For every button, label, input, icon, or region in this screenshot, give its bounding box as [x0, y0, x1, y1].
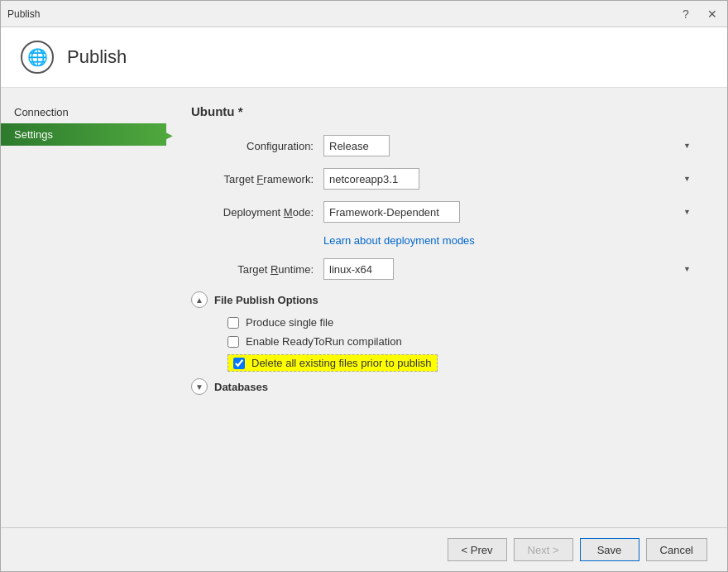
target-framework-select-wrapper: netcoreapp3.1 [323, 168, 696, 190]
header-title: Publish [67, 46, 127, 68]
configuration-select[interactable]: Release Debug [323, 135, 390, 156]
target-framework-label: Target Framework: [191, 173, 323, 185]
prev-button[interactable]: < Prev [448, 538, 507, 561]
help-button[interactable]: ? [678, 6, 694, 22]
publish-window: Publish ? ✕ 🌐 Publish Connection Setting… [0, 0, 728, 572]
link-label-space [191, 234, 323, 247]
databases-header: ▼ Databases [191, 378, 702, 395]
window-title: Publish [7, 8, 40, 20]
deployment-mode-label: Deployment Mode: [191, 206, 323, 219]
cancel-button[interactable]: Cancel [646, 538, 707, 561]
save-button[interactable]: Save [580, 538, 639, 561]
target-runtime-label: Target Runtime: [191, 263, 323, 276]
target-framework-select[interactable]: netcoreapp3.1 [323, 168, 419, 190]
sidebar-item-connection-label: Connection [14, 106, 69, 118]
file-publish-options-toggle[interactable]: ▲ [191, 291, 208, 308]
target-runtime-select[interactable]: linux-x64 win-x64 osx-x64 [323, 258, 394, 280]
sidebar-item-settings-label: Settings [14, 128, 53, 141]
footer: < Prev Next > Save Cancel [1, 527, 727, 571]
ready-to-run-row: Enable ReadyToRun compilation [191, 335, 702, 348]
title-bar: Publish ? ✕ [1, 1, 727, 27]
ready-to-run-label: Enable ReadyToRun compilation [246, 335, 402, 348]
delete-existing-label: Delete all existing files prior to publi… [251, 357, 432, 369]
delete-existing-checkbox[interactable] [233, 358, 245, 369]
next-button[interactable]: Next > [514, 538, 573, 561]
databases-toggle[interactable]: ▼ [191, 378, 208, 395]
databases-title: Databases [214, 381, 268, 393]
window-content: 🌐 Publish Connection Settings Ubuntu * C… [1, 27, 727, 571]
title-bar-left: Publish [7, 8, 40, 20]
single-file-row: Produce single file [191, 316, 702, 329]
deployment-mode-group: Deployment Mode: Framework-Dependent Sel… [191, 201, 702, 223]
globe-icon: 🌐 [21, 41, 54, 74]
main-area: Connection Settings Ubuntu * Configurati… [1, 88, 727, 527]
deployment-mode-select[interactable]: Framework-Dependent Self-Contained [323, 201, 460, 223]
deployment-mode-select-wrapper: Framework-Dependent Self-Contained [323, 201, 696, 223]
configuration-group: Configuration: Release Debug [191, 135, 702, 156]
configuration-select-wrapper: Release Debug [323, 135, 696, 156]
single-file-label: Produce single file [246, 316, 333, 329]
configuration-label: Configuration: [191, 140, 323, 152]
file-publish-options-title: File Publish Options [214, 294, 318, 306]
ready-to-run-checkbox[interactable] [228, 336, 239, 348]
target-runtime-group: Target Runtime: linux-x64 win-x64 osx-x6… [191, 258, 702, 280]
single-file-checkbox[interactable] [228, 317, 239, 329]
header-area: 🌐 Publish [1, 27, 727, 88]
target-framework-group: Target Framework: netcoreapp3.1 [191, 168, 702, 190]
deployment-link-row: Learn about deployment modes [191, 234, 702, 247]
sidebar-item-connection[interactable]: Connection [1, 101, 166, 123]
file-publish-options-header: ▲ File Publish Options [191, 291, 702, 308]
deployment-modes-link[interactable]: Learn about deployment modes [323, 234, 475, 247]
delete-existing-row: Delete all existing files prior to publi… [191, 354, 702, 372]
content-area: Ubuntu * Configuration: Release Debug Ta… [166, 88, 727, 527]
sidebar: Connection Settings [1, 88, 166, 527]
target-runtime-select-wrapper: linux-x64 win-x64 osx-x64 [323, 258, 696, 280]
title-bar-controls: ? ✕ [678, 6, 721, 22]
close-button[interactable]: ✕ [704, 6, 721, 22]
delete-existing-highlight: Delete all existing files prior to publi… [228, 354, 438, 372]
sidebar-item-settings[interactable]: Settings [1, 123, 166, 146]
profile-title: Ubuntu * [191, 104, 702, 118]
